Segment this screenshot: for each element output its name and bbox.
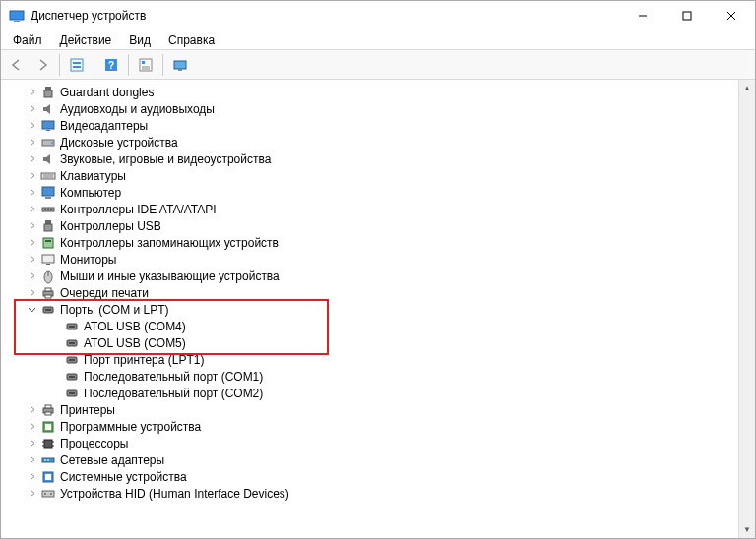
show-hidden-button[interactable] <box>65 53 89 77</box>
expand-icon[interactable] <box>25 253 38 267</box>
expand-icon[interactable] <box>25 136 38 150</box>
tree-node[interactable]: Программные устройства <box>5 418 738 435</box>
tree-node-label: Последовательный порт (COM1) <box>84 370 263 384</box>
audio-icon <box>40 101 56 117</box>
tree-node[interactable]: Контроллеры USB <box>5 217 738 234</box>
system-icon <box>40 469 56 485</box>
maximize-button[interactable] <box>664 2 709 30</box>
expand-icon[interactable] <box>25 437 38 450</box>
menu-view[interactable]: Вид <box>121 31 158 49</box>
scroll-down-icon[interactable]: ▼ <box>739 521 755 538</box>
tree-node[interactable]: Сетевые адаптеры <box>5 451 738 468</box>
svg-point-45 <box>47 309 49 311</box>
back-button[interactable] <box>5 53 29 77</box>
svg-point-49 <box>71 326 73 328</box>
expand-icon[interactable] <box>25 203 38 216</box>
tree-node[interactable]: Мыши и иные указывающие устройства <box>5 268 738 284</box>
network-icon <box>40 452 56 468</box>
menu-help[interactable]: Справка <box>160 31 222 49</box>
tree-node-label: ATOL USB (COM4) <box>84 320 186 333</box>
close-button[interactable] <box>709 2 753 30</box>
expand-icon[interactable] <box>25 102 38 116</box>
tree-node[interactable]: ATOL USB (COM5) <box>5 334 738 351</box>
expand-icon[interactable] <box>25 453 38 467</box>
forward-button[interactable] <box>31 53 54 77</box>
svg-point-84 <box>50 493 52 495</box>
tree-node-label: Компьютер <box>60 186 121 200</box>
tree-node[interactable]: ATOL USB (COM4) <box>5 318 738 334</box>
svg-point-58 <box>73 359 75 361</box>
tree-node-label: Видеоадаптеры <box>60 119 148 133</box>
svg-rect-23 <box>41 173 55 179</box>
tree-node[interactable]: Клавиатуры <box>5 167 738 184</box>
tree-node[interactable]: Последовательный порт (COM1) <box>5 368 738 385</box>
scan-hardware-button[interactable] <box>168 53 192 77</box>
expand-icon[interactable] <box>25 236 38 250</box>
tree-node[interactable]: Звуковые, игровые и видеоустройства <box>5 150 738 167</box>
disk-icon <box>40 135 56 150</box>
expand-icon[interactable] <box>25 420 38 434</box>
tree-node[interactable]: Компьютер <box>5 184 738 201</box>
ide-icon <box>40 202 56 217</box>
port-icon <box>64 386 80 401</box>
minimize-button[interactable] <box>620 2 664 30</box>
toolbar-separator <box>94 54 94 76</box>
tree-node[interactable]: Системные устройства <box>5 468 738 485</box>
tree-node-label: Устройства HID (Human Interface Devices) <box>60 487 289 501</box>
tree-node[interactable]: Порты (COM и LPT) <box>5 301 738 318</box>
computer-icon <box>40 185 56 201</box>
expand-icon[interactable] <box>25 219 38 233</box>
no-expander <box>48 336 62 350</box>
port-icon <box>40 302 56 318</box>
scroll-up-icon[interactable]: ▲ <box>739 80 755 96</box>
properties-button[interactable] <box>134 53 158 77</box>
svg-point-53 <box>71 342 73 344</box>
tree-node[interactable]: Guardant dongles <box>5 84 738 100</box>
help-button[interactable]: ? <box>99 53 123 77</box>
titlebar: Диспетчер устройств <box>1 1 755 30</box>
tree-node-label: Клавиатуры <box>60 169 126 183</box>
svg-rect-7 <box>73 62 81 64</box>
expand-icon[interactable] <box>25 86 38 99</box>
svg-rect-32 <box>45 220 51 224</box>
tree-node-label: Мониторы <box>60 253 116 267</box>
expand-icon[interactable] <box>25 169 38 183</box>
expand-icon[interactable] <box>25 403 38 417</box>
svg-rect-26 <box>42 187 54 196</box>
tree-node-label: Принтеры <box>60 403 115 417</box>
tree-node[interactable]: Контроллеры IDE ATA/ATAPI <box>5 201 738 217</box>
svg-point-65 <box>71 392 73 394</box>
expand-icon[interactable] <box>25 186 38 200</box>
tree-node[interactable]: Видеоадаптеры <box>5 117 738 134</box>
tree-node-label: Контроллеры USB <box>60 219 161 233</box>
expand-icon[interactable] <box>25 270 38 283</box>
svg-rect-15 <box>174 61 186 69</box>
no-expander <box>48 370 62 384</box>
expand-icon[interactable] <box>25 470 38 484</box>
tree-node-label: Аудиовходы и аудиовыходы <box>60 102 215 116</box>
menubar: Файл Действие Вид Справка <box>1 30 755 50</box>
collapse-icon[interactable] <box>25 303 38 317</box>
expand-icon[interactable] <box>25 487 38 501</box>
vertical-scrollbar[interactable]: ▲ ▼ <box>738 80 755 538</box>
tree-node[interactable]: Устройства HID (Human Interface Devices) <box>5 485 738 502</box>
tree-node[interactable]: Дисковые устройства <box>5 134 738 150</box>
expand-icon[interactable] <box>25 119 38 133</box>
tree-node[interactable]: Порт принтера (LPT1) <box>5 351 738 368</box>
tree-node[interactable]: Мониторы <box>5 251 738 268</box>
device-tree[interactable]: Guardant donglesАудиовходы и аудиовыходы… <box>1 80 738 538</box>
expand-icon[interactable] <box>25 152 38 166</box>
tree-node[interactable]: Принтеры <box>5 401 738 418</box>
tree-node[interactable]: Аудиовходы и аудиовыходы <box>5 100 738 117</box>
menu-action[interactable]: Действие <box>52 31 120 49</box>
tree-node[interactable]: Контроллеры запоминающих устройств <box>5 234 738 251</box>
tree-node-label: Последовательный порт (COM2) <box>84 387 263 400</box>
svg-point-61 <box>71 376 73 378</box>
svg-rect-27 <box>45 197 51 199</box>
tree-node[interactable]: Последовательный порт (COM2) <box>5 385 738 401</box>
menu-file[interactable]: Файл <box>5 31 50 49</box>
tree-node[interactable]: Очереди печати <box>5 284 738 301</box>
expand-icon[interactable] <box>25 286 38 300</box>
no-expander <box>48 387 62 400</box>
tree-node[interactable]: Процессоры <box>5 435 738 451</box>
